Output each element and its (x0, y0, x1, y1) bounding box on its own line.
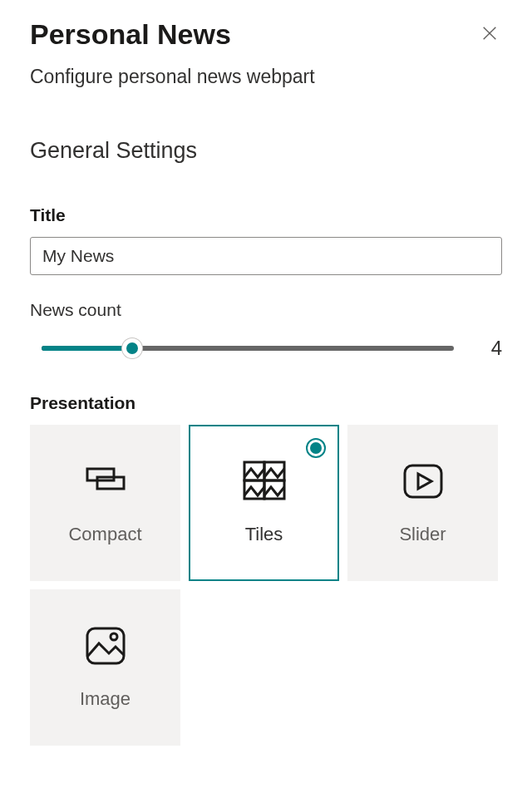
presentation-option-label: Image (80, 688, 131, 710)
svg-rect-10 (87, 628, 124, 663)
presentation-choice-grid: Compact Tiles (30, 425, 502, 746)
svg-rect-2 (87, 469, 114, 480)
svg-rect-3 (97, 477, 124, 489)
svg-marker-9 (418, 474, 431, 489)
svg-point-11 (111, 633, 117, 640)
presentation-option-label: Compact (68, 524, 141, 545)
title-label: Title (30, 205, 502, 225)
compact-icon (82, 461, 129, 502)
news-count-slider[interactable] (42, 338, 454, 358)
tiles-icon (241, 461, 288, 502)
radio-indicator (306, 438, 326, 458)
presentation-group: Presentation Compact (30, 393, 502, 746)
close-button[interactable] (477, 21, 502, 48)
image-icon (82, 625, 129, 667)
presentation-option-tiles[interactable]: Tiles (189, 425, 339, 581)
presentation-option-slider[interactable]: Slider (347, 425, 498, 581)
news-count-value: 4 (485, 337, 502, 360)
presentation-option-label: Slider (399, 524, 446, 545)
section-heading: General Settings (30, 138, 502, 164)
panel-title: Personal News (30, 18, 231, 51)
presentation-option-label: Tiles (245, 524, 283, 545)
presentation-option-compact[interactable]: Compact (30, 425, 180, 581)
panel-subtitle: Configure personal news webpart (30, 66, 502, 88)
slider-fill (42, 346, 132, 351)
title-input[interactable] (30, 237, 502, 275)
panel-header: Personal News (30, 18, 502, 51)
slider-thumb[interactable] (122, 338, 142, 358)
news-count-label: News count (30, 300, 502, 320)
news-count-group: News count 4 (30, 300, 502, 360)
close-icon (480, 24, 499, 42)
presentation-option-image[interactable]: Image (30, 589, 180, 746)
svg-rect-8 (405, 465, 441, 497)
news-count-slider-row: 4 (30, 337, 502, 360)
slider-icon (400, 461, 446, 502)
property-pane: Personal News Configure personal news we… (0, 0, 532, 764)
presentation-label: Presentation (30, 393, 502, 413)
